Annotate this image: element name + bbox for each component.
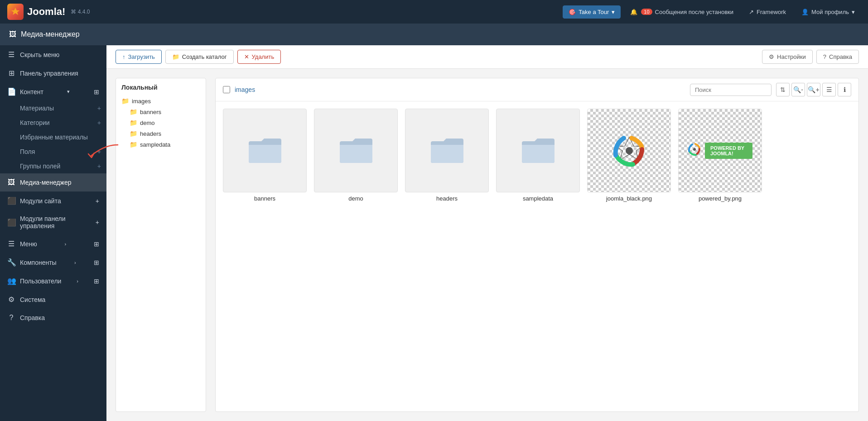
sidebar-item-field-groups[interactable]: Группы полей + (20, 159, 106, 173)
site-modules-icon: ⬛ (7, 196, 15, 205)
zoom-in-button[interactable]: 🔍+ (807, 83, 820, 96)
framework-button[interactable]: ↗ Framework (743, 5, 792, 19)
tour-label: Take a Tour (579, 9, 609, 15)
sidebar-item-menus[interactable]: ☰ Меню › ⊞ (0, 234, 106, 253)
tree-item-headers[interactable]: 📁 headers (130, 128, 200, 139)
help-button[interactable]: ? Справка (816, 50, 859, 64)
powered-by-badge: POWERED BY JOOMLA! (705, 143, 752, 159)
sidebar-item-media-manager[interactable]: 🖼 Медиа-менеджер (0, 173, 106, 191)
tree-item-demo[interactable]: 📁 demo (130, 117, 200, 128)
list-view-button[interactable]: ☰ (822, 83, 836, 96)
version-badge: ⌘ 4.4.0 (71, 9, 90, 15)
sidebar-item-components[interactable]: 🔧 Компоненты › ⊞ (0, 253, 106, 272)
categories-add-icon[interactable]: + (97, 119, 101, 126)
powered-by-content: POWERED BY JOOMLA! (679, 109, 762, 192)
sidebar-item-fields[interactable]: Поля + (20, 144, 106, 159)
take-tour-button[interactable]: 🎯 Take a Tour ▾ (563, 5, 621, 19)
sidebar-sub-content: Материалы + Категории + Избранные матери… (0, 101, 106, 173)
delete-button[interactable]: ✕ Удалить (237, 50, 281, 64)
media-manager-sidebar-icon: 🖼 (7, 178, 15, 187)
fields-add-icon[interactable]: + (97, 148, 101, 155)
upload-button[interactable]: ↑ Загрузить (116, 50, 162, 64)
joomla-logo-img (588, 109, 670, 192)
zoom-in-icon: 🔍+ (808, 86, 819, 93)
tree-sampledata-label: sampledata (140, 141, 170, 148)
headers-preview (405, 109, 489, 192)
dashboard-icon: ⊞ (7, 69, 15, 77)
sidebar-item-hide-menu[interactable]: ☰ Скрыть меню (0, 45, 106, 64)
joomla-logo[interactable]: Joomla! (7, 4, 65, 20)
grid-item-banners[interactable]: banners (223, 109, 307, 202)
app-body: ☰ Скрыть меню ⊞ Панель управления 📄 Конт… (0, 45, 868, 421)
svg-point-0 (626, 147, 633, 154)
tour-chevron-icon: ▾ (612, 9, 615, 15)
tree-banners-label: banners (140, 109, 161, 115)
sidebar-item-categories[interactable]: Категории + (20, 115, 106, 130)
sidebar-item-site-modules[interactable]: ⬛ Модули сайта + (0, 191, 106, 210)
sidebar-item-content[interactable]: 📄 Контент ▾ ⊞ (0, 82, 106, 101)
powered-by-preview: POWERED BY JOOMLA! (678, 109, 762, 192)
file-tree: Локальный 📁 images 📁 banners 📁 demo (116, 78, 206, 412)
framework-label: Framework (757, 9, 786, 15)
sidebar-item-users[interactable]: 👥 Пользователи › ⊞ (0, 272, 106, 290)
profile-button[interactable]: 👤 Мой профиль ▾ (796, 5, 861, 19)
menus-icon: ☰ (7, 239, 15, 248)
svg-point-1 (693, 148, 696, 151)
demo-preview (314, 109, 398, 192)
sidebar-item-help[interactable]: ? Справка (0, 309, 106, 327)
create-label: Создать каталог (182, 53, 227, 60)
components-icon: 🔧 (7, 258, 15, 267)
external-link-icon: ↗ (749, 9, 754, 15)
tree-item-sampledata[interactable]: 📁 sampledata (130, 139, 200, 150)
info-button[interactable]: ℹ (838, 83, 851, 96)
demo-label: demo (348, 195, 363, 202)
sidebar-item-materials[interactable]: Материалы + (20, 101, 106, 115)
content-label: Контент (20, 88, 43, 96)
upload-label: Загрузить (128, 53, 155, 60)
select-all-checkbox[interactable] (223, 86, 230, 93)
notifications-button[interactable]: 🔔 10 Сообщения после установки (624, 5, 739, 19)
settings-button[interactable]: ⚙ Настройки (762, 50, 813, 64)
users-icon: 👥 (7, 277, 15, 285)
main-content: ↑ Загрузить 📁 Создать каталог ✕ Удалить … (106, 45, 868, 421)
create-folder-button[interactable]: 📁 Создать каталог (165, 50, 234, 64)
search-input[interactable] (690, 84, 772, 96)
page-title-bar: 🖼 Медиа-менеджер (0, 24, 868, 45)
users-chevron-icon: › (77, 278, 78, 284)
sidebar-item-admin-modules[interactable]: ⬛ Модули панели управления + (0, 210, 106, 234)
sidebar-item-featured[interactable]: Избранные материалы (20, 130, 106, 144)
help-sidebar-icon: ? (7, 314, 15, 322)
grid-item-sampledata[interactable]: sampledata (496, 109, 580, 202)
topbar-left: Joomla! ⌘ 4.4.0 (7, 4, 90, 20)
tree-demo-icon: 📁 (130, 119, 137, 126)
field-groups-add-icon[interactable]: + (97, 163, 101, 170)
sidebar-item-system[interactable]: ⚙ Система (0, 290, 106, 309)
grid-item-powered-by[interactable]: POWERED BY JOOMLA! powered_by.png (678, 109, 762, 202)
materials-label: Материалы (20, 105, 54, 112)
file-browser: images ⇅ 🔍- 🔍+ (215, 78, 859, 412)
tree-item-banners[interactable]: 📁 banners (130, 106, 200, 117)
settings-label: Настройки (777, 53, 806, 60)
sidebar-item-dashboard[interactable]: ⊞ Панель управления (0, 64, 106, 82)
profile-chevron-icon: ▾ (852, 9, 855, 15)
grid-item-joomla-black[interactable]: joomla_black.png (587, 109, 671, 202)
delete-label: Удалить (252, 53, 275, 60)
zoom-out-button[interactable]: 🔍- (791, 83, 805, 96)
help-icon: ? (823, 53, 826, 60)
powered-joomla-icon (688, 143, 701, 159)
admin-modules-add-icon[interactable]: + (96, 219, 99, 226)
notifications-count: 10 (641, 9, 652, 15)
breadcrumb[interactable]: images (235, 86, 255, 93)
tree-root[interactable]: 📁 images (121, 96, 200, 106)
create-folder-icon: 📁 (172, 53, 179, 60)
materials-add-icon[interactable]: + (97, 105, 101, 112)
users-grid-icon: ⊞ (94, 277, 99, 285)
grid-item-demo[interactable]: demo (314, 109, 398, 202)
fields-label: Поля (20, 148, 35, 155)
tree-sampledata-icon: 📁 (130, 141, 137, 148)
grid-item-headers[interactable]: headers (405, 109, 489, 202)
sort-button[interactable]: ⇅ (776, 83, 790, 96)
hide-menu-icon: ☰ (7, 50, 15, 59)
site-modules-add-icon[interactable]: + (96, 197, 99, 205)
tree-demo-label: demo (140, 120, 155, 126)
